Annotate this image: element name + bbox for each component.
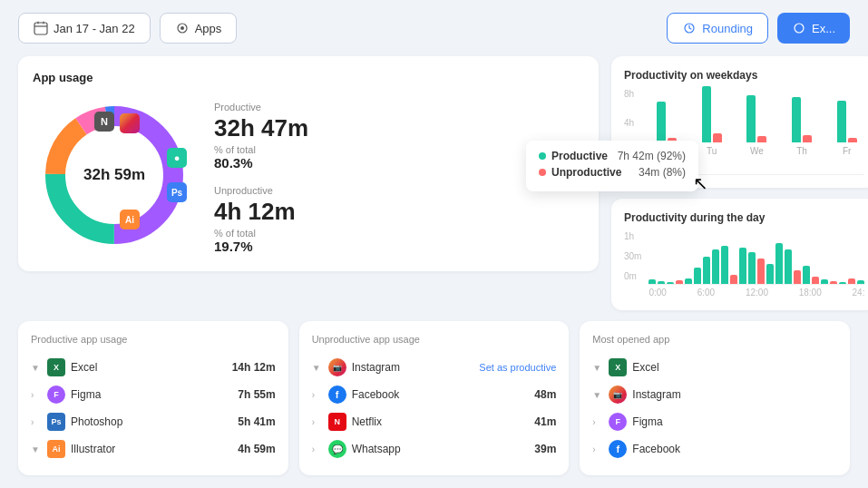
bar-red-tu <box>713 133 722 142</box>
most-excel-name: Excel <box>632 361 837 374</box>
bar-h4 <box>685 278 692 284</box>
most-figma-name: Figma <box>632 415 837 428</box>
bar-green-mo <box>657 102 666 142</box>
app-usage-card: App usage <box>18 56 599 271</box>
y-1h: 1h <box>624 231 641 241</box>
apps-button[interactable]: Apps <box>160 13 238 44</box>
apps-icon <box>175 21 190 35</box>
bar-green-tu <box>702 86 711 142</box>
productive-time: 32h 47m <box>214 114 308 142</box>
chevron-facebook: › <box>312 390 323 400</box>
facebook-icon: f <box>328 386 346 404</box>
bar-red-th <box>803 135 812 142</box>
unproductive-time: 4h 12m <box>214 198 308 226</box>
main-content: App usage <box>0 56 868 310</box>
netflix-icon: N <box>328 413 346 431</box>
weekday-chart-title: Productivity on weekdays <box>624 69 864 82</box>
tooltip-unproductive-row: Unproductive 34m (8%) <box>539 166 686 179</box>
most-opened-figma: › F Figma <box>592 408 837 435</box>
day-chart-body: 1h 30m 0m <box>624 231 864 298</box>
bar-pair-fr <box>837 101 857 142</box>
chevron-most-facebook: › <box>592 444 603 454</box>
bar-h9 <box>730 275 737 284</box>
list-item-facebook: › f Facebook 48m <box>312 381 557 408</box>
unproductive-pct-label: % of total <box>214 228 308 239</box>
unproductive-pct: 19.7% <box>214 239 308 254</box>
whatsapp-name: Whatsapp <box>352 443 530 455</box>
most-instagram-icon: 📷 <box>609 386 627 404</box>
day-x-labels: 0:00 6:00 12:00 18:00 24: <box>649 288 864 298</box>
export-icon <box>792 21 806 35</box>
ai-name: Illustrator <box>71 443 232 455</box>
bar-pair-tu <box>702 86 722 142</box>
tooltip-unproductive-dot <box>539 169 546 176</box>
x-6: 6:00 <box>697 288 715 298</box>
bar-green-we <box>746 95 756 142</box>
chevron-whatsapp: › <box>312 444 323 454</box>
bar-h21 <box>839 282 846 284</box>
bar-h0 <box>649 279 656 284</box>
y-30m: 30m <box>624 251 641 261</box>
label-th: Th <box>796 146 807 156</box>
most-opened-facebook: › f Facebook <box>592 435 837 463</box>
list-item-photoshop: › Ps Photoshop 5h 41m <box>31 408 276 435</box>
bar-h3 <box>676 280 683 284</box>
tooltip-productive-label: Productive <box>551 150 612 162</box>
rounding-button[interactable]: Rounding <box>667 13 768 44</box>
y-0m: 0m <box>624 271 641 281</box>
ps-time: 5h 41m <box>238 415 275 428</box>
x-24: 24: <box>853 288 865 298</box>
excel-time: 14h 12m <box>232 361 276 374</box>
export-button[interactable]: Ex... <box>777 13 850 44</box>
y-label-8h: 8h <box>624 89 634 99</box>
bar-h5 <box>694 268 701 284</box>
most-opened-card: Most opened app ▼ X Excel ▼ 📷 Instagram … <box>580 321 850 475</box>
date-range-label: Jan 17 - Jan 22 <box>54 22 135 35</box>
instagram-icon-badge <box>120 113 140 133</box>
bar-h8 <box>721 246 728 284</box>
list-item-illustrator: ▼ Ai Illustrator 4h 59m <box>31 435 276 463</box>
date-range-button[interactable]: Jan 17 - Jan 22 <box>18 13 151 44</box>
green-app-badge: ● <box>167 148 187 168</box>
bar-group-th: Th <box>784 97 820 156</box>
most-facebook-name: Facebook <box>632 443 837 455</box>
donut-container: 32h 59m N ● Ps <box>33 93 196 257</box>
rounding-icon <box>682 21 697 35</box>
notion-icon-badge: N <box>94 112 114 132</box>
bar-group-fr: Fr <box>829 101 865 156</box>
calendar-icon <box>34 21 48 35</box>
label-fr: Fr <box>843 146 851 156</box>
apps-label: Apps <box>195 22 222 35</box>
excel-icon: X <box>47 358 65 376</box>
chevron-excel: ▼ <box>31 363 42 373</box>
list-item-excel: ▼ X Excel 14h 12m <box>31 354 276 381</box>
header-left: Jan 17 - Jan 22 Apps <box>18 13 656 44</box>
list-item-whatsapp: › 💬 Whatsapp 39m <box>312 435 557 463</box>
bar-h18 <box>812 277 819 284</box>
set-productive-btn[interactable]: Set as productive <box>479 362 556 373</box>
whatsapp-icon: 💬 <box>328 440 346 458</box>
bar-group-we: We <box>738 95 775 156</box>
bar-h10 <box>739 248 746 284</box>
bar-green-th <box>792 97 801 142</box>
chevron-ai: ▼ <box>31 444 42 454</box>
facebook-name: Facebook <box>352 388 530 401</box>
most-facebook-icon: f <box>609 440 627 458</box>
tooltip-productive-row: Productive 7h 42m (92%) <box>539 150 686 162</box>
bar-h12 <box>757 259 765 284</box>
most-excel-icon: X <box>609 358 627 376</box>
facebook-time: 48m <box>534 388 556 401</box>
bar-h17 <box>803 266 810 284</box>
bar-red-fr <box>848 138 857 142</box>
label-tu: Tu <box>707 146 717 156</box>
netflix-time: 41m <box>534 415 556 428</box>
x-18: 18:00 <box>799 288 822 298</box>
productive-stat: Productive 32h 47m % of total 80.3% <box>214 102 308 171</box>
donut-center: 32h 59m <box>83 166 145 184</box>
ps-icon-badge: Ps <box>167 182 187 202</box>
bar-h22 <box>848 278 855 284</box>
svg-rect-0 <box>34 23 47 34</box>
bar-h15 <box>785 249 792 284</box>
tooltip-productive-value: 7h 42m (92%) <box>618 150 686 162</box>
unproductive-stat: Unproductive 4h 12m % of total 19.7% <box>214 185 308 254</box>
